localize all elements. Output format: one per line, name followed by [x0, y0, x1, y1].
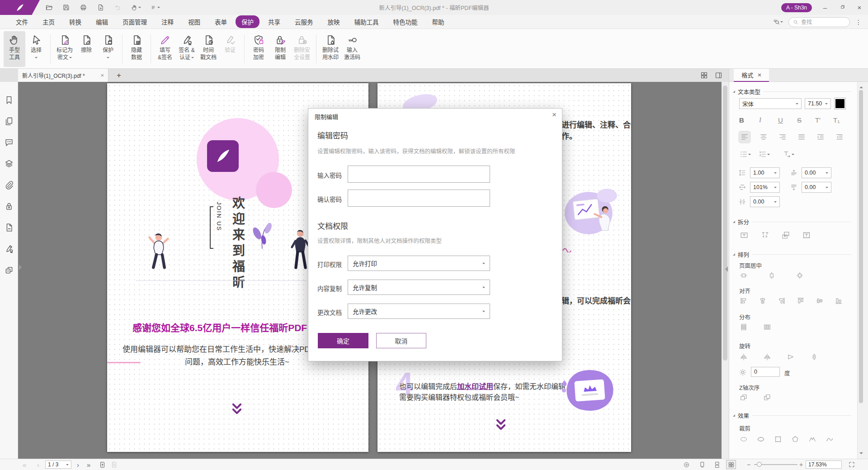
tab-page-management[interactable]: 页面管理	[117, 15, 153, 28]
rotation-angle-input[interactable]: 0	[751, 367, 780, 377]
copy-permission-select[interactable]: 允许复制	[348, 280, 490, 295]
section-effects[interactable]: 效果	[733, 411, 851, 420]
send-backward-icon[interactable]	[739, 393, 748, 402]
tab-home[interactable]: 主页	[37, 15, 61, 28]
next-page-button[interactable]: ›	[77, 459, 79, 470]
single-page-view-icon[interactable]	[698, 461, 706, 469]
document-tab-close-icon[interactable]: ×	[100, 72, 104, 79]
flip-left-icon[interactable]	[739, 352, 748, 361]
ribbon-tool-protect[interactable]: 保护	[97, 31, 119, 67]
align-objects-center-icon[interactable]	[758, 296, 767, 305]
tab-protect[interactable]: 保护	[236, 15, 259, 28]
merge-text-icon[interactable]	[760, 230, 770, 240]
ribbon-tool-activation-code[interactable]: 输入激活码	[341, 31, 363, 67]
increase-indent-icon[interactable]	[816, 133, 825, 142]
duplicate-textbox-icon[interactable]	[781, 230, 791, 240]
ribbon-tool-remove-security[interactable]: 删除安全设置	[291, 31, 313, 67]
align-objects-left-icon[interactable]	[739, 296, 748, 305]
minimize-button[interactable]: –	[821, 4, 829, 11]
ribbon-tool-erase[interactable]: 擦除	[75, 31, 97, 67]
hand-tool-quick[interactable]	[131, 4, 141, 11]
page-number-combo[interactable]: 1 / 3	[45, 461, 71, 469]
document-scrollbar-thumb[interactable]	[723, 85, 727, 361]
facing-view-button[interactable]	[726, 460, 736, 469]
ribbon-tool-password-encrypt[interactable]: 密码加密	[248, 31, 269, 67]
space-before-input[interactable]: 0.00	[802, 167, 831, 178]
multi-tab-view-icon[interactable]	[700, 71, 708, 80]
character-scale-input[interactable]: 101%	[750, 182, 780, 193]
bring-forward-icon[interactable]	[763, 393, 772, 402]
format-panel-close-icon[interactable]: ×	[758, 71, 761, 78]
distribute-horizontal-icon[interactable]	[763, 323, 772, 332]
format-panel-scrollbar[interactable]	[857, 82, 864, 459]
crop-ellipse-dashed-icon[interactable]	[739, 435, 748, 444]
enter-password-input[interactable]	[348, 166, 490, 182]
last-page-button[interactable]: »	[87, 459, 90, 470]
center-horizontal-icon[interactable]	[739, 271, 748, 280]
flip-right-icon[interactable]	[763, 352, 772, 361]
fullscreen-icon[interactable]	[848, 461, 855, 468]
comments-panel-icon[interactable]	[4, 138, 14, 147]
align-right-icon[interactable]	[778, 133, 787, 142]
ribbon-tool-remove-watermark[interactable]: 删除试用水印	[320, 31, 341, 67]
zoom-value-box[interactable]: 17.53%	[806, 461, 842, 469]
left-panel-expand-handle[interactable]	[19, 265, 24, 270]
watermark-trial-link[interactable]: 加水印试用	[457, 383, 493, 390]
tab-convert[interactable]: 转换	[63, 15, 87, 28]
advanced-search-button[interactable]	[773, 18, 783, 26]
crop-zigzag-icon[interactable]	[808, 435, 817, 444]
font-size-select[interactable]: 71.50	[805, 98, 831, 109]
line-spacing-input[interactable]: 1.00	[750, 167, 780, 178]
flip-vertical-icon[interactable]	[810, 352, 819, 361]
section-arrange[interactable]: 排列	[733, 250, 851, 259]
italic-button[interactable]: I	[759, 116, 761, 124]
right-panel-collapse-handle[interactable]	[722, 266, 728, 272]
dialog-close-icon[interactable]: ×	[552, 110, 557, 119]
search-input[interactable]	[801, 19, 842, 25]
ribbon-tool-hide-data[interactable]: 隐藏数据	[126, 31, 147, 67]
previous-page-button[interactable]: ‹	[37, 459, 39, 470]
confirm-password-input[interactable]	[348, 190, 490, 206]
split-text-icon[interactable]	[739, 230, 749, 240]
ribbon-tool-sign-certify[interactable]: 签名 &认证	[176, 31, 198, 67]
align-objects-middle-icon[interactable]	[815, 296, 824, 305]
customize-toolbar[interactable]	[151, 4, 160, 11]
new-document-icon[interactable]	[97, 4, 104, 11]
align-left-icon[interactable]	[740, 133, 749, 142]
superscript-button[interactable]: T'	[815, 116, 821, 124]
strikethrough-button[interactable]: S	[797, 116, 802, 124]
text-direction-button[interactable]	[783, 150, 794, 159]
tab-accessibility[interactable]: 辅助工具	[349, 15, 385, 28]
layers-panel-icon[interactable]	[4, 159, 14, 169]
ribbon-tool-timestamp[interactable]: 时间戳文档	[198, 31, 219, 67]
zoom-in-button[interactable]: +	[799, 459, 803, 470]
rotate-play-icon[interactable]	[786, 352, 795, 361]
undo-icon[interactable]	[114, 4, 122, 11]
textbox-frame-icon[interactable]	[802, 230, 811, 240]
align-objects-bottom-icon[interactable]	[834, 296, 843, 305]
ribbon-tool-fill-sign[interactable]: 填写&签名	[154, 31, 176, 67]
tab-share[interactable]: 共享	[262, 15, 286, 28]
ribbon-tool-hand[interactable]: 手型工具	[4, 31, 25, 67]
ok-button[interactable]: 确定	[318, 333, 368, 348]
ribbon-tool-validate[interactable]: 验证	[219, 31, 241, 67]
format-panel-tab[interactable]: 格式 ×	[734, 69, 769, 82]
crop-curve-icon[interactable]	[825, 435, 834, 444]
first-page-button[interactable]: «	[23, 459, 26, 470]
organize-panel-icon[interactable]	[4, 265, 14, 275]
scroll-down-arrow[interactable]	[859, 452, 863, 456]
align-objects-top-icon[interactable]	[796, 296, 805, 305]
bookmarks-panel-icon[interactable]	[4, 95, 14, 105]
continuous-view-icon[interactable]	[713, 461, 721, 469]
scroll-up-arrow[interactable]	[859, 85, 863, 88]
crop-ellipse-icon[interactable]	[756, 435, 765, 444]
align-justify-icon[interactable]	[797, 133, 806, 142]
align-objects-right-icon[interactable]	[777, 296, 786, 305]
tab-form[interactable]: 表单	[209, 15, 233, 28]
save-icon[interactable]	[62, 4, 70, 11]
underline-button[interactable]: U	[778, 116, 783, 124]
bullet-list-button[interactable]	[739, 150, 751, 159]
close-button[interactable]: ×	[855, 4, 863, 11]
zoom-slider-knob[interactable]	[757, 462, 762, 467]
numbered-list-button[interactable]	[758, 150, 770, 159]
